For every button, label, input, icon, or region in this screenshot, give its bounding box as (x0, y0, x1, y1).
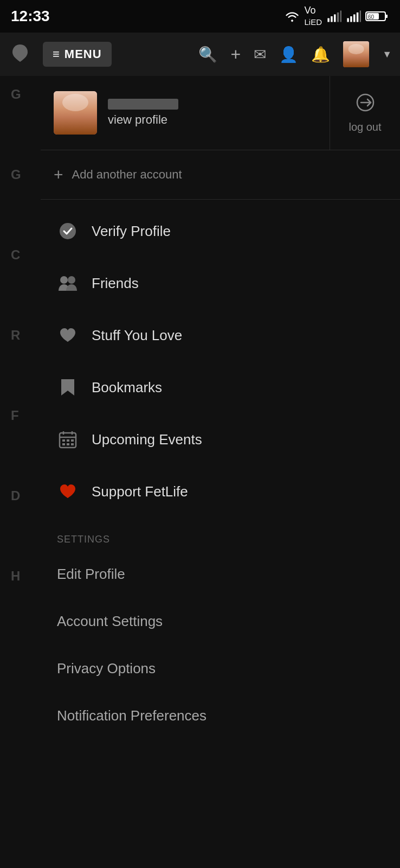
menu-item-bookmarks[interactable]: Bookmarks (41, 361, 400, 413)
svg-rect-0 (327, 18, 330, 22)
menu-item-friends[interactable]: Friends (41, 257, 400, 309)
status-bar: 12:33 VoLiED 60 (0, 0, 400, 33)
edit-profile-label: Edit Profile (57, 566, 125, 583)
settings-header: SETTINGS (41, 523, 400, 551)
drawer-menu: view profile log out + Add another accou… (41, 76, 400, 868)
nav-icons: 🔍 + ✉ 👤 🔔 ▼ (198, 41, 392, 67)
settings-item-edit-profile[interactable]: Edit Profile (41, 551, 400, 598)
menu-label: MENU (64, 47, 102, 61)
upcoming-events-icon (57, 429, 79, 450)
menu-item-verify-profile[interactable]: Verify Profile (41, 205, 400, 257)
profile-info[interactable]: view profile (41, 76, 330, 150)
menu-item-stuff-you-love[interactable]: Stuff You Love (41, 309, 400, 361)
status-icons: VoLiED 60 (285, 5, 389, 28)
logo (8, 42, 32, 66)
profile-username (108, 99, 178, 110)
battery-icon: 60 (365, 10, 389, 22)
add-account-icon: + (54, 165, 63, 184)
profile-section: view profile log out (41, 76, 400, 150)
privacy-options-label: Privacy Options (57, 660, 156, 677)
menu-button[interactable]: ≡ MENU (43, 42, 112, 67)
nav-avatar[interactable] (343, 41, 369, 67)
svg-rect-5 (347, 18, 349, 22)
svg-rect-25 (62, 443, 65, 445)
vo-lied-indicator: VoLiED (304, 5, 322, 28)
svg-rect-3 (337, 12, 339, 22)
hamburger-icon: ≡ (53, 47, 60, 61)
bg-letter-r: R (11, 328, 21, 343)
wifi-icon (285, 10, 300, 22)
settings-item-notification-preferences[interactable]: Notification Preferences (41, 692, 400, 739)
menu-items-list: Verify Profile Friends Stuff You Love (41, 200, 400, 868)
account-settings-label: Account Settings (57, 613, 163, 630)
svg-point-16 (60, 276, 68, 284)
add-account[interactable]: + Add another account (41, 150, 400, 200)
menu-item-upcoming-events[interactable]: Upcoming Events (41, 413, 400, 465)
svg-rect-1 (331, 16, 333, 22)
settings-item-privacy-options[interactable]: Privacy Options (41, 645, 400, 692)
notification-preferences-label: Notification Preferences (57, 707, 207, 724)
verify-profile-label: Verify Profile (92, 223, 171, 240)
signal1-icon (326, 10, 341, 22)
bookmarks-label: Bookmarks (92, 379, 162, 396)
svg-rect-8 (357, 12, 359, 22)
svg-rect-27 (71, 443, 74, 445)
bg-letters: G G C R F D H (11, 87, 21, 584)
bg-letter-d: D (11, 488, 21, 503)
svg-rect-4 (340, 11, 341, 22)
bell-icon[interactable]: 🔔 (311, 46, 330, 63)
svg-text:60: 60 (368, 14, 375, 20)
logout-label: log out (349, 121, 381, 133)
add-account-label: Add another account (72, 168, 182, 182)
svg-point-15 (60, 223, 76, 239)
logout-icon (356, 93, 375, 117)
svg-rect-26 (67, 443, 69, 445)
svg-rect-9 (360, 11, 361, 22)
mail-icon[interactable]: ✉ (254, 46, 266, 63)
svg-rect-7 (353, 15, 356, 22)
svg-point-17 (68, 276, 75, 284)
verify-profile-icon (57, 220, 79, 242)
menu-item-support-fetlife[interactable]: Support FetLife (41, 465, 400, 518)
svg-rect-22 (62, 439, 65, 442)
stuff-you-love-icon (57, 324, 79, 346)
profile-text: view profile (108, 99, 178, 127)
bg-letter-h: H (11, 569, 21, 584)
bg-letter-c: C (11, 247, 21, 263)
friends-label: Friends (92, 275, 139, 292)
svg-rect-6 (350, 16, 352, 22)
settings-item-account-settings[interactable]: Account Settings (41, 598, 400, 645)
add-icon[interactable]: + (230, 44, 241, 65)
top-nav: ≡ MENU 🔍 + ✉ 👤 🔔 ▼ (0, 33, 400, 76)
support-fetlife-label: Support FetLife (92, 483, 188, 500)
svg-rect-23 (67, 439, 69, 442)
logout-button[interactable]: log out (330, 76, 400, 150)
bg-letter-g2: G (11, 167, 21, 182)
fetlife-logo-icon (8, 42, 32, 66)
bg-letter-f: F (11, 408, 21, 423)
stuff-you-love-label: Stuff You Love (92, 327, 182, 344)
profile-icon[interactable]: 👤 (279, 46, 298, 63)
profile-avatar (54, 91, 97, 135)
bookmarks-icon (57, 376, 79, 398)
view-profile-link[interactable]: view profile (108, 113, 178, 127)
svg-rect-11 (385, 15, 388, 18)
svg-rect-24 (71, 439, 74, 442)
search-icon[interactable]: 🔍 (198, 46, 217, 63)
settings-section: SETTINGS Edit Profile Account Settings P… (41, 518, 400, 745)
friends-icon (57, 272, 79, 294)
dropdown-arrow-icon[interactable]: ▼ (382, 49, 392, 60)
status-time: 12:33 (11, 8, 50, 25)
svg-rect-2 (334, 15, 336, 22)
signal2-icon (346, 10, 361, 22)
support-fetlife-icon (57, 481, 79, 502)
bg-letter-g1: G (11, 87, 21, 102)
upcoming-events-label: Upcoming Events (92, 431, 202, 448)
